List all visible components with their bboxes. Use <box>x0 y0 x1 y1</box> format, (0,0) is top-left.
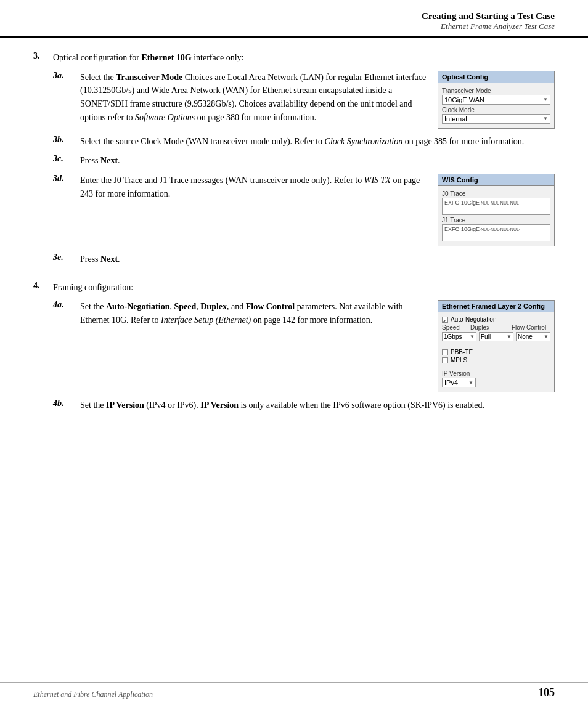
pbb-te-row: PBB-TE <box>442 349 550 355</box>
step-3-num: 3. <box>33 51 53 272</box>
substep-3a-num: 3a. <box>53 71 80 129</box>
footer-page-number: 105 <box>538 686 555 699</box>
ip-version-arrow: ▼ <box>468 380 473 386</box>
substep-4a-num: 4a. <box>53 300 80 392</box>
speed-duplex-flowcontrol-values: 1Gbps ▼ Full ▼ None ▼ <box>442 332 550 341</box>
substep-4a: 4a. Set the Auto-Negotiation, Speed, Dup… <box>53 300 555 392</box>
mpls-row: MPLS <box>442 357 550 363</box>
flow-control-label: Flow Control <box>512 324 550 331</box>
pbb-te-checkbox[interactable] <box>442 349 448 355</box>
j0-trace-textarea: EXFO 10GigE·NUL·NUL·NUL·NUL· <box>442 198 550 215</box>
mpls-checkbox[interactable] <box>442 357 448 363</box>
substep-3c-body: Press Next. <box>80 154 555 168</box>
step-4-num: 4. <box>33 281 53 418</box>
substep-3d: 3d. Enter the J0 Trace and J1 Trace mess… <box>53 174 555 246</box>
substep-3d-body: Enter the J0 Trace and J1 Trace messages… <box>80 174 555 246</box>
flow-control-select[interactable]: None ▼ <box>516 332 550 341</box>
duplex-label: Duplex <box>470 324 509 331</box>
substep-4b-num: 4b. <box>53 399 80 412</box>
substep-3b: 3b. Select the source Clock Mode (WAN tr… <box>53 135 555 148</box>
duplex-value: Full <box>481 333 491 340</box>
flow-control-arrow: ▼ <box>544 334 549 339</box>
wis-config-body: J0 Trace EXFO 10GigE·NUL·NUL·NUL·NUL· J1… <box>438 186 554 246</box>
clock-mode-select[interactable]: Internal ▼ <box>442 114 550 124</box>
j1-trace-label: J1 Trace <box>442 217 550 224</box>
speed-value: 1Gbps <box>444 333 462 340</box>
auto-negotiation-label: Auto-Negotiation <box>451 316 497 323</box>
page-footer: Ethernet and Fibre Channel Application 1… <box>0 682 588 699</box>
substep-3d-content: Enter the J0 Trace and J1 Trace messages… <box>80 174 555 246</box>
transceiver-mode-value: 10GigE WAN <box>444 96 484 103</box>
optical-config-title: Optical Config <box>438 71 554 83</box>
duplex-select[interactable]: Full ▼ <box>479 332 513 341</box>
page-header: Creating and Starting a Test Case Ethern… <box>0 0 588 38</box>
auto-negotiation-row: ✓ Auto-Negotiation <box>442 316 550 323</box>
substep-3a-body: Select the Transceiver Mode Choices are … <box>80 71 555 129</box>
speed-select[interactable]: 1Gbps ▼ <box>442 332 476 341</box>
clock-mode-value: Internal <box>444 115 467 123</box>
step-3-body: Optical configuration for Ethernet 10G i… <box>53 51 555 272</box>
substep-3a-text: Select the Transceiver Mode Choices are … <box>80 71 427 129</box>
substep-3b-num: 3b. <box>53 135 80 148</box>
ip-version-value: IPv4 <box>444 379 458 386</box>
transceiver-mode-arrow: ▼ <box>543 97 548 102</box>
substep-3d-num: 3d. <box>53 174 80 246</box>
substep-3c-text: Press Next. <box>80 154 555 168</box>
optical-config-widget: Optical Config Transceiver Mode 10GigE W… <box>438 71 555 129</box>
step-4: 4. Framing configuration: 4a. Set the Au… <box>33 281 555 418</box>
substep-3d-text: Enter the J0 Trace and J1 Trace messages… <box>80 174 427 246</box>
substep-3b-body: Select the source Clock Mode (WAN transc… <box>80 135 555 148</box>
j0-trace-label: J0 Trace <box>442 190 550 197</box>
substep-4a-text: Set the Auto-Negotiation, Speed, Duplex,… <box>80 300 427 392</box>
speed-label: Speed <box>442 324 468 331</box>
substep-3e: 3e. Press Next. <box>53 253 555 266</box>
substep-3e-num: 3e. <box>53 253 80 266</box>
substep-3c: 3c. Press Next. <box>53 154 555 168</box>
speed-duplex-flowcontrol-labels: Speed Duplex Flow Control <box>442 324 550 331</box>
substep-3e-text: Press Next. <box>80 253 555 266</box>
substep-4b-body: Set the IP Version (IPv4 or IPv6). IP Ve… <box>80 399 555 412</box>
step-3-intro: Optical configuration for Ethernet 10G i… <box>53 51 555 65</box>
pbb-te-label: PBB-TE <box>451 349 473 355</box>
wis-config-widget: WIS Config J0 Trace EXFO 10GigE·NUL·NUL·… <box>438 174 555 246</box>
ip-version-select[interactable]: IPv4 ▼ <box>442 378 476 387</box>
transceiver-mode-label: Transceiver Mode <box>442 87 550 94</box>
step-4-intro: Framing configuration: <box>53 281 555 294</box>
substep-3a-content: Select the Transceiver Mode Choices are … <box>80 71 555 129</box>
ethernet-framed-config-title: Ethernet Framed Layer 2 Config <box>438 301 554 312</box>
header-title: Creating and Starting a Test Case <box>33 11 555 22</box>
substep-4b-text: Set the IP Version (IPv4 or IPv6). IP Ve… <box>80 399 555 412</box>
j1-trace-textarea: EXFO 10GigE·NUL·NUL·NUL·NUL· <box>442 224 550 241</box>
transceiver-mode-select[interactable]: 10GigE WAN ▼ <box>442 95 550 105</box>
substep-3b-text: Select the source Clock Mode (WAN transc… <box>80 135 555 148</box>
mpls-label: MPLS <box>451 357 467 363</box>
content-area: 3. Optical configuration for Ethernet 10… <box>0 40 588 464</box>
ip-version-label: IP Version <box>442 370 550 377</box>
substep-4b: 4b. Set the IP Version (IPv4 or IPv6). I… <box>53 399 555 412</box>
header-subtitle: Ethernet Frame Analyzer Test Case <box>33 22 555 31</box>
optical-config-body: Transceiver Mode 10GigE WAN ▼ Clock Mode… <box>438 83 554 128</box>
ethernet-framed-config-widget: Ethernet Framed Layer 2 Config ✓ Auto-Ne… <box>438 300 555 392</box>
wis-config-title: WIS Config <box>438 174 554 186</box>
clock-mode-label: Clock Mode <box>442 107 550 113</box>
substep-4a-body: Set the Auto-Negotiation, Speed, Duplex,… <box>80 300 555 392</box>
clock-mode-arrow: ▼ <box>543 116 548 121</box>
footer-left: Ethernet and Fibre Channel Application <box>33 690 153 699</box>
ethernet-framed-config-body: ✓ Auto-Negotiation Speed Duplex Flow Con… <box>438 312 554 392</box>
auto-negotiation-checkbox[interactable]: ✓ <box>442 317 448 323</box>
substep-3a: 3a. Select the Transceiver Mode Choices … <box>53 71 555 129</box>
flow-control-value: None <box>518 333 533 340</box>
auto-negotiation-checkmark: ✓ <box>443 318 447 324</box>
substep-4a-content: Set the Auto-Negotiation, Speed, Duplex,… <box>80 300 555 392</box>
speed-arrow: ▼ <box>470 334 475 339</box>
step-4-body: Framing configuration: 4a. Set the Auto-… <box>53 281 555 418</box>
duplex-arrow: ▼ <box>507 334 512 339</box>
substep-3e-body: Press Next. <box>80 253 555 266</box>
substep-3c-num: 3c. <box>53 154 80 168</box>
step-3: 3. Optical configuration for Ethernet 10… <box>33 51 555 272</box>
